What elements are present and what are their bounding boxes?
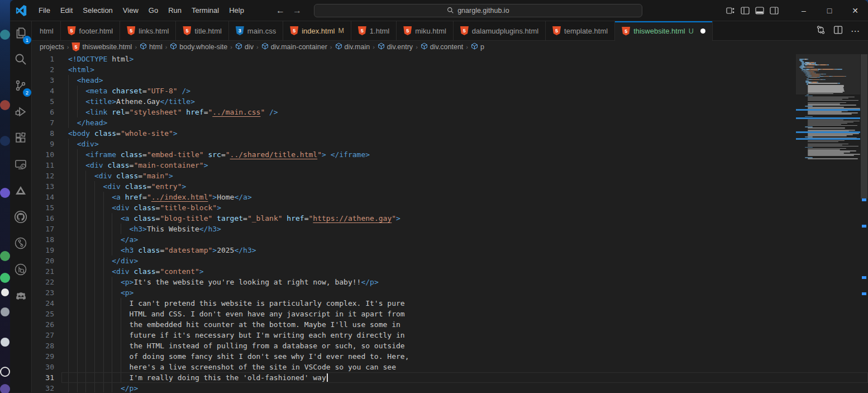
open-changes-icon[interactable] [816, 25, 826, 37]
tab-1-html[interactable]: 51.html [351, 21, 397, 40]
code-line[interactable]: 5<title>Athene.Gay</title> [32, 96, 796, 107]
maximize-button[interactable]: □ [817, 0, 842, 21]
token: class [130, 203, 156, 212]
tab-thiswebsite-html[interactable]: 5thiswebsite.htmlU [615, 21, 713, 41]
minimize-button[interactable]: – [791, 0, 817, 21]
menu-help[interactable]: Help [224, 4, 249, 17]
activitybar-item-source-control[interactable]: 2 [12, 78, 29, 95]
activitybar-item-search[interactable] [12, 52, 29, 69]
breadcrumb-item-p[interactable]: p [471, 42, 484, 51]
breadcrumb-item-div[interactable]: div [235, 42, 254, 51]
code-line[interactable]: 32</p> [32, 383, 796, 392]
menu-go[interactable]: Go [144, 4, 163, 17]
code-line[interactable]: 20</div> [32, 255, 796, 266]
code-editor[interactable]: 1<!DOCTYPE html>2<html>3<head>4<meta cha… [32, 53, 868, 392]
breadcrumb-item-projects[interactable]: projects [40, 43, 64, 51]
activitybar-item-run-debug[interactable] [12, 105, 29, 121]
code-line[interactable]: 29of doing some fancy shit I don't see w… [32, 351, 796, 362]
tab-html[interactable]: html [32, 21, 61, 40]
indent-guide [85, 277, 86, 287]
scrollbar-thumb[interactable] [861, 54, 867, 198]
code-line[interactable]: 1<!DOCTYPE html> [32, 54, 796, 64]
tab-links-html[interactable]: 5links.html [120, 21, 176, 40]
toggle-primary-sidebar-icon[interactable] [741, 6, 750, 15]
code-line[interactable]: 30here's a live screenshot of the site i… [32, 362, 796, 372]
minimap-row [808, 135, 847, 136]
activitybar-item-extensions[interactable] [12, 131, 29, 148]
code-line[interactable]: 25HTML and CSS. I don't even have any ja… [32, 309, 796, 319]
menu-view[interactable]: View [118, 4, 144, 17]
breadcrumb-item-div-main[interactable]: div.main [335, 42, 370, 51]
code-line[interactable]: 3<head> [32, 75, 796, 86]
code-line[interactable]: 8<body class="whole-site"> [32, 128, 796, 139]
breadcrumb-item-body-whole-site[interactable]: body.whole-site [170, 42, 227, 51]
code-line[interactable]: 21<div class="content"> [32, 266, 796, 277]
menu-run[interactable]: Run [163, 4, 187, 17]
code-line[interactable]: 14<a href="../index.html">Home</a> [32, 192, 796, 202]
menu-terminal[interactable]: Terminal [187, 4, 224, 17]
breadcrumb-item-div-main-container[interactable]: div.main-container [261, 42, 327, 51]
tab-index-html[interactable]: 5index.htmlM [283, 21, 351, 40]
split-editor-icon[interactable] [833, 25, 843, 37]
code-line[interactable]: 19<h3 class="datestamp">2025</h3> [32, 245, 796, 255]
tab-template-html[interactable]: 5template.html [546, 21, 615, 40]
code-line[interactable]: 6<link rel="stylesheet" href="../main.cs… [32, 107, 796, 117]
code-line[interactable]: 27future if it's necessary but I'm writi… [32, 330, 796, 340]
code-line[interactable]: 23<p> [32, 287, 796, 298]
customize-layout-icon[interactable] [726, 6, 735, 15]
activitybar-item-git-graph-search[interactable] [12, 262, 29, 279]
indent-guide [68, 160, 69, 171]
nav-back-button[interactable]: ← [276, 6, 285, 16]
code-line[interactable]: 18</a> [32, 234, 796, 245]
nav-forward-button[interactable]: → [293, 6, 302, 16]
tab-miku-html[interactable]: 5miku.html [397, 21, 454, 40]
code-line[interactable]: 15<div class="title-block"> [32, 202, 796, 213]
tab-dalamudplugins-html[interactable]: 5dalamudplugins.html [454, 21, 546, 40]
indent-guide [68, 96, 69, 107]
code-line[interactable]: 11<div class="main-container"> [32, 160, 796, 171]
tab-footer-html[interactable]: 5footer.html [61, 21, 121, 40]
breadcrumb-item-div-content[interactable]: div.content [421, 42, 464, 51]
tab-main-css[interactable]: 3main.css [229, 21, 283, 40]
menu-file[interactable]: File [34, 4, 55, 17]
minimap-row [808, 93, 833, 94]
breadcrumb-item-thiswebsite-html[interactable]: 5thiswebsite.html [71, 42, 132, 51]
menu-edit[interactable]: Edit [55, 4, 78, 17]
more-actions-icon[interactable]: ⋯ [851, 26, 860, 36]
code-line[interactable]: 26the embedded hit counter at the bottom… [32, 319, 796, 330]
code-line[interactable]: 4<meta charset="UTF-8" /> [32, 86, 796, 96]
minimap[interactable] [796, 53, 860, 392]
activitybar-item-remote-explorer[interactable] [12, 157, 29, 174]
line-number: 27 [32, 330, 54, 340]
menu-bar: FileEditSelectionViewGoRunTerminalHelp [34, 4, 249, 17]
code-line[interactable]: 9<div> [32, 139, 796, 149]
code-line[interactable]: 24I can't pretend this website is partic… [32, 298, 796, 309]
close-button[interactable]: ✕ [842, 0, 868, 21]
toggle-secondary-sidebar-icon[interactable] [770, 6, 779, 15]
command-center-search[interactable]: gnargle.github.io [314, 4, 642, 17]
menu-selection[interactable]: Selection [78, 4, 117, 17]
code-line[interactable]: 10<iframe class="embed-title" src="../sh… [32, 149, 796, 160]
activitybar-item-gitlens[interactable] [12, 236, 29, 253]
code-line[interactable]: 12<div class="main"> [32, 171, 796, 181]
code-line[interactable]: 28the HTML instead of pulling from a dat… [32, 340, 796, 351]
breadcrumb-item-div-entry[interactable]: div.entry [378, 42, 413, 51]
tab-title-html[interactable]: 5title.html [176, 21, 228, 40]
code-line[interactable]: 17<h3>This Website</h3> [32, 224, 796, 234]
activitybar-item-triangle-a-extension[interactable] [12, 183, 29, 200]
vertical-scrollbar[interactable] [860, 53, 868, 392]
code-line[interactable]: 7</head> [32, 117, 796, 128]
minimap-change-highlight [796, 131, 860, 133]
code-line[interactable]: 2<html> [32, 64, 796, 75]
line-number: 7 [32, 117, 54, 128]
line-number: 6 [32, 107, 54, 117]
activitybar-item-github[interactable] [12, 210, 29, 226]
activitybar-item-explorer[interactable]: 1 [12, 26, 29, 42]
code-line[interactable]: 16<a class="blog-title" target="_blank" … [32, 213, 796, 224]
activitybar-item-godot-tools[interactable] [12, 288, 29, 305]
code-line[interactable]: 31I'm really doing this the 'old-fashion… [32, 372, 796, 383]
toggle-panel-icon[interactable] [755, 6, 764, 15]
code-line[interactable]: 13<div class="entry"> [32, 181, 796, 192]
breadcrumb-item-html[interactable]: html [140, 42, 163, 51]
code-line[interactable]: 22<p>It's the website you're looking at … [32, 277, 796, 287]
